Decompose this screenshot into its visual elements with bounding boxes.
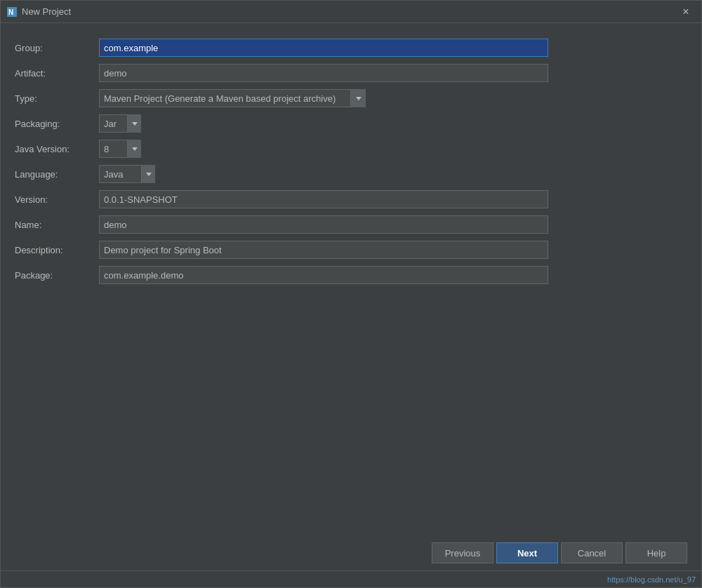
version-input[interactable] bbox=[99, 190, 548, 208]
type-field: Maven Project (Generate a Maven based pr… bbox=[99, 88, 548, 109]
status-bar: https://blog.csdn.net/u_97 bbox=[1, 570, 701, 587]
language-select[interactable]: Java Kotlin Groovy bbox=[99, 165, 155, 183]
new-project-dialog: N New Project × Group: Artifact: Type: bbox=[0, 0, 702, 588]
window-icon: N bbox=[6, 6, 18, 18]
language-label: Language: bbox=[15, 163, 99, 185]
language-field: Java Kotlin Groovy bbox=[99, 163, 548, 185]
group-label: Group: bbox=[15, 37, 99, 58]
form-content: Group: Artifact: Type: Maven Project (Ge… bbox=[1, 23, 701, 535]
help-button[interactable]: Help bbox=[625, 542, 687, 563]
svg-text:N: N bbox=[8, 8, 13, 16]
packaging-label: Packaging: bbox=[15, 113, 99, 134]
java-version-select-container: 8 11 17 21 bbox=[99, 140, 141, 158]
name-label: Name: bbox=[15, 214, 99, 235]
description-label: Description: bbox=[15, 239, 99, 260]
previous-button[interactable]: Previous bbox=[432, 542, 494, 563]
package-label: Package: bbox=[15, 265, 99, 286]
description-field bbox=[99, 239, 548, 260]
language-select-container: Java Kotlin Groovy bbox=[99, 165, 155, 183]
package-field bbox=[99, 265, 548, 286]
footer: Previous Next Cancel Help bbox=[1, 535, 701, 570]
group-field bbox=[99, 37, 548, 58]
packaging-field: Jar War bbox=[99, 113, 548, 134]
name-field bbox=[99, 214, 548, 235]
group-input[interactable] bbox=[99, 39, 548, 57]
type-select-container: Maven Project (Generate a Maven based pr… bbox=[99, 89, 366, 107]
window-title: New Project bbox=[22, 6, 676, 17]
version-label: Version: bbox=[15, 189, 99, 210]
title-bar: N New Project × bbox=[1, 1, 701, 23]
package-input[interactable] bbox=[99, 266, 548, 284]
packaging-select-container: Jar War bbox=[99, 114, 141, 133]
java-version-field: 8 11 17 21 bbox=[99, 138, 548, 159]
name-input[interactable] bbox=[99, 215, 548, 234]
close-button[interactable]: × bbox=[676, 2, 696, 22]
artifact-label: Artifact: bbox=[15, 62, 99, 83]
next-button[interactable]: Next bbox=[496, 542, 558, 563]
artifact-input[interactable] bbox=[99, 64, 548, 82]
java-version-label: Java Version: bbox=[15, 138, 99, 159]
cancel-button[interactable]: Cancel bbox=[561, 542, 623, 563]
version-field bbox=[99, 189, 548, 210]
packaging-select[interactable]: Jar War bbox=[99, 114, 141, 133]
java-version-select[interactable]: 8 11 17 21 bbox=[99, 140, 141, 158]
artifact-field bbox=[99, 62, 548, 83]
description-input[interactable] bbox=[99, 241, 548, 259]
type-label: Type: bbox=[15, 88, 99, 109]
form-grid: Group: Artifact: Type: Maven Project (Ge… bbox=[15, 37, 548, 290]
type-select[interactable]: Maven Project (Generate a Maven based pr… bbox=[99, 89, 366, 107]
status-url: https://blog.csdn.net/u_97 bbox=[607, 575, 696, 584]
